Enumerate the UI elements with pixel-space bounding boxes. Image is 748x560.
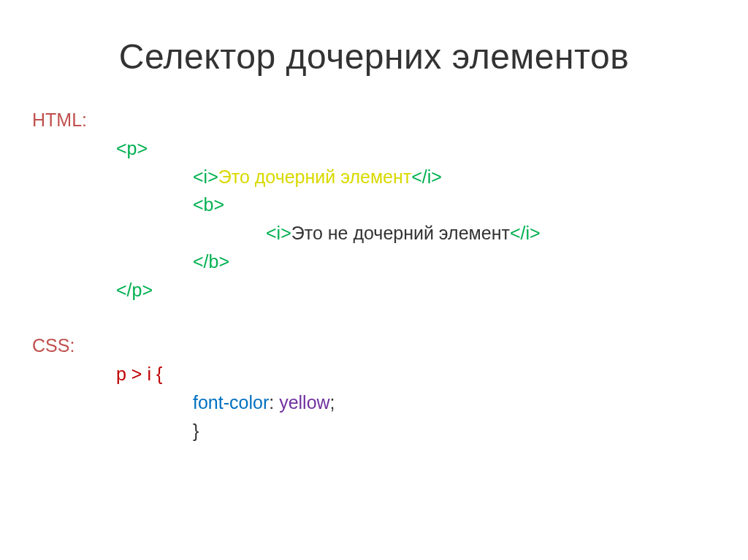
tag-b-close: </b> <box>193 251 229 272</box>
code-line-b-open: <b> <box>32 191 719 219</box>
code-line-p-open: <p> <box>32 134 719 163</box>
tag-b-open: <b> <box>193 194 224 215</box>
css-close-brace: } <box>193 421 199 441</box>
css-selector: p > i { <box>116 364 162 384</box>
css-line-close: } <box>32 417 719 445</box>
text-child: Это дочерний элемент <box>218 166 412 187</box>
slide-content: HTML: <p> <i>Это дочерний элемент</i> <b… <box>29 106 719 445</box>
css-value: yellow <box>279 392 329 413</box>
tag-p-close: </p> <box>116 280 153 300</box>
slide-container: Селектор дочерних элементов HTML: <p> <i… <box>0 0 748 560</box>
css-semicolon: ; <box>330 392 335 413</box>
code-line-b-close: </b> <box>32 248 719 276</box>
code-line-p-close: </p> <box>32 276 719 304</box>
spacer <box>32 304 719 331</box>
css-line-selector: p > i { <box>32 360 719 388</box>
tag-i-open1: <i> <box>193 166 218 187</box>
css-label-line: CSS: <box>32 331 719 360</box>
tag-i-open2: <i> <box>266 223 291 243</box>
code-line-i1: <i>Это дочерний элемент</i> <box>32 163 719 191</box>
tag-i-close1: </i> <box>411 166 442 187</box>
css-label: CSS: <box>32 335 75 356</box>
css-colon: : <box>269 392 279 413</box>
text-not-child: Это не дочерний элемент <box>291 223 510 243</box>
tag-i-close2: </i> <box>510 223 541 243</box>
code-line-i2: <i>Это не дочерний элемент</i> <box>32 219 719 248</box>
tag-p-open: <p> <box>116 138 148 158</box>
html-label-line: HTML: <box>32 106 719 134</box>
slide-title: Селектор дочерних элементов <box>29 37 719 77</box>
css-property: font-color <box>193 392 269 413</box>
css-line-property: font-color: yellow; <box>32 388 719 417</box>
html-label: HTML: <box>32 110 87 130</box>
